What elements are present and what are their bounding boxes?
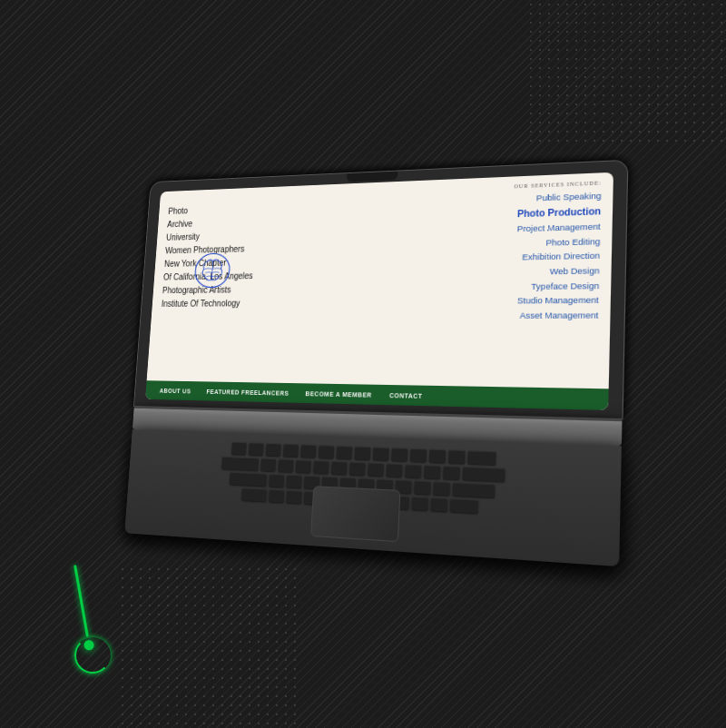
dot-pattern-bottom-left [118, 565, 299, 728]
nav-become-member[interactable]: BECOME A MEMBER [297, 390, 380, 398]
key [372, 447, 388, 460]
website-content: Photo Archive University Women Photograp… [145, 172, 613, 410]
cable-curve [74, 637, 111, 674]
laptop-notch [347, 172, 397, 182]
service-studio-management: Studio Management [510, 293, 599, 309]
key [313, 460, 329, 474]
service-web-design: Web Design [511, 263, 600, 280]
key [405, 464, 422, 477]
left-item-1: Photo [168, 202, 258, 217]
key [269, 474, 284, 487]
brain-icon [190, 247, 236, 294]
key [450, 498, 478, 513]
key [221, 457, 259, 470]
key [430, 497, 447, 512]
key [269, 489, 284, 503]
key [462, 467, 505, 482]
left-item-3: University [166, 230, 256, 244]
key [368, 462, 384, 476]
key [467, 450, 495, 465]
laptop-screen-bezel: Photo Archive University Women Photograp… [145, 172, 613, 410]
service-typeface-design: Typeface Design [510, 278, 599, 293]
key [265, 443, 280, 456]
key [248, 442, 263, 455]
laptop-screen-outer: Photo Archive University Women Photograp… [134, 161, 628, 418]
services-label: OUR SERVICES INCLUDE: [514, 180, 602, 189]
key [260, 458, 276, 472]
key [411, 497, 428, 511]
laptop: Photo Archive University Women Photograp… [124, 161, 627, 566]
dot-pattern-top-right [526, 0, 726, 145]
key [447, 449, 465, 463]
key [331, 461, 348, 475]
nav-about-us[interactable]: ABOUT US [152, 387, 199, 394]
key [318, 445, 334, 458]
key [424, 465, 441, 478]
services-section: OUR SERVICES INCLUDE: Public Speaking Ph… [509, 180, 602, 322]
key [300, 444, 317, 457]
key [354, 447, 370, 460]
key [386, 463, 402, 477]
key [409, 448, 427, 462]
nav-featured-freelancers[interactable]: FEATURED FREELANCERS [199, 388, 298, 396]
key [452, 482, 495, 497]
key [391, 448, 407, 461]
service-exhibition-direction: Exhibition Direction [512, 249, 601, 265]
trackpad[interactable] [310, 486, 400, 542]
left-item-2: Archive [167, 216, 257, 231]
left-item-8: Institute Of Technology [161, 298, 251, 310]
key [286, 490, 301, 504]
key [286, 475, 301, 488]
nav-bar: ABOUT US FEATURED FREELANCERS BECOME A M… [145, 380, 609, 410]
key [241, 487, 267, 501]
key [336, 446, 352, 459]
service-asset-management: Asset Management [509, 308, 598, 323]
key [231, 442, 247, 455]
key [349, 462, 366, 476]
nav-contact[interactable]: CONTACT [380, 391, 431, 398]
key [443, 466, 460, 479]
key [278, 458, 293, 472]
key [414, 480, 431, 494]
key [428, 449, 446, 463]
key [282, 444, 298, 457]
key [296, 459, 312, 473]
key [229, 472, 266, 487]
key [433, 481, 450, 496]
